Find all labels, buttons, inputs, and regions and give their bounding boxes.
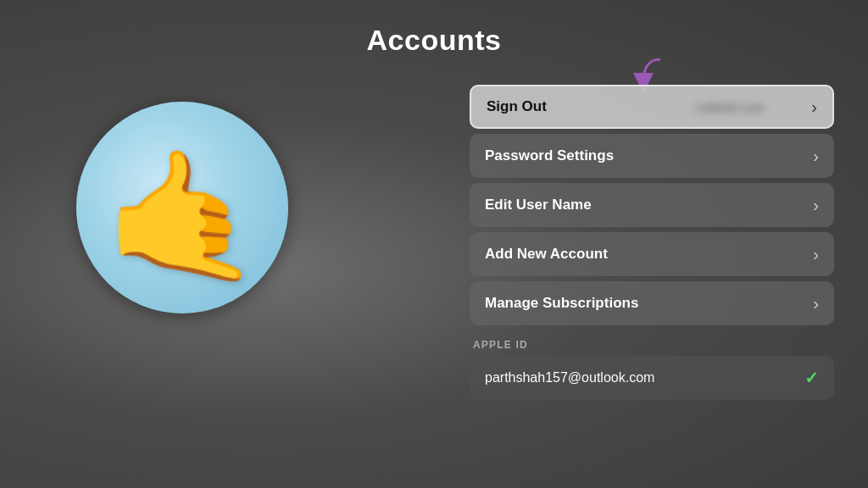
apple-id-item[interactable]: parthshah157@outlook.com ✓ (470, 356, 834, 400)
apple-id-section-label: APPLE ID (470, 339, 834, 351)
edit-user-name-chevron: › (813, 196, 819, 215)
edit-user-name-left: Edit User Name (485, 197, 813, 214)
sign-out-email: outlook.com (649, 100, 812, 114)
apple-id-email: parthshah157@outlook.com (485, 370, 654, 385)
manage-subscriptions-button[interactable]: Manage Subscriptions › (470, 281, 834, 325)
password-settings-button[interactable]: Password Settings › (470, 134, 834, 178)
manage-subscriptions-chevron: › (813, 294, 819, 313)
apple-id-checkmark: ✓ (804, 368, 819, 388)
edit-user-name-button[interactable]: Edit User Name › (470, 183, 834, 227)
manage-subscriptions-left: Manage Subscriptions (485, 295, 813, 312)
add-new-account-left: Add New Account (485, 246, 813, 263)
password-settings-chevron: › (813, 147, 819, 166)
edit-user-name-label: Edit User Name (485, 197, 592, 214)
avatar: 🤙 (76, 102, 288, 313)
add-new-account-label: Add New Account (485, 246, 608, 263)
avatar-emoji: 🤙 (103, 152, 262, 280)
password-settings-left: Password Settings (485, 147, 813, 164)
add-new-account-chevron: › (813, 245, 819, 264)
sign-out-left: Sign Out (487, 98, 649, 115)
add-new-account-button[interactable]: Add New Account › (470, 232, 834, 276)
password-settings-label: Password Settings (485, 147, 614, 164)
sign-out-button[interactable]: Sign Out outlook.com › (470, 85, 834, 129)
sign-out-label: Sign Out (487, 98, 547, 115)
page-title: Accounts (0, 24, 868, 57)
menu-section: Sign Out outlook.com › Password Settings… (470, 85, 834, 400)
sign-out-chevron: › (811, 97, 817, 117)
apple-id-section: APPLE ID parthshah157@outlook.com ✓ (470, 339, 834, 400)
manage-subscriptions-label: Manage Subscriptions (485, 295, 638, 312)
